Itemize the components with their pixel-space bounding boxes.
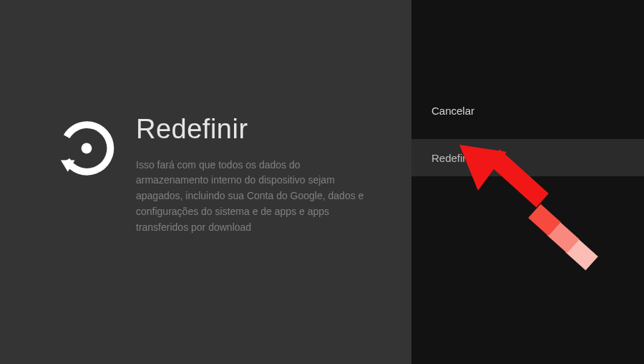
reset-confirmation-screen: Redefinir Isso fará com que todos os dad… — [0, 0, 644, 364]
page-description: Isso fará com que todos os dados do arma… — [136, 158, 369, 235]
svg-point-2 — [82, 143, 92, 154]
restore-icon — [57, 119, 116, 178]
info-text: Redefinir Isso fará com que todos os dad… — [136, 115, 369, 235]
info-panel: Redefinir Isso fará com que todos os dad… — [0, 0, 411, 364]
page-title: Redefinir — [136, 115, 369, 145]
confirm-reset-button[interactable]: Redefinir — [411, 139, 644, 176]
options-panel: Cancelar Redefinir — [411, 0, 644, 364]
cancel-button[interactable]: Cancelar — [411, 92, 644, 129]
